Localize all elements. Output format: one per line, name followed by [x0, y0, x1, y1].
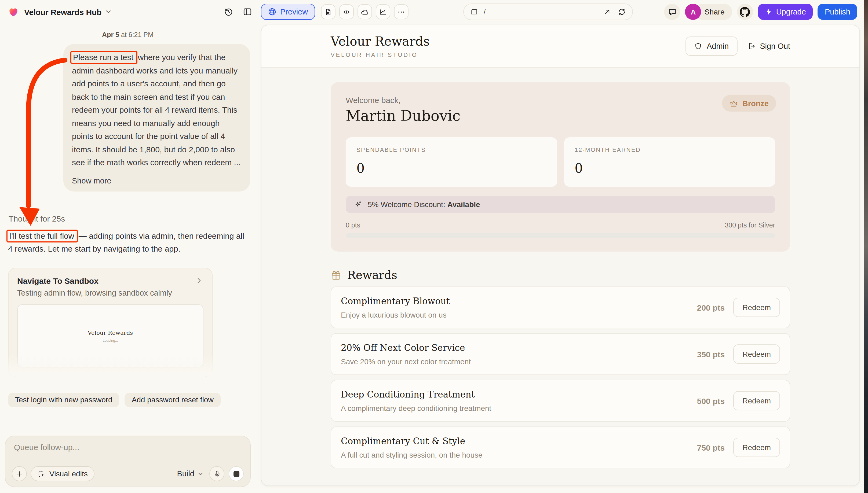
- reward-points: 500 pts: [697, 396, 725, 405]
- url-path: /: [484, 8, 598, 16]
- reward-points: 350 pts: [697, 349, 725, 359]
- files-button[interactable]: [321, 4, 335, 19]
- github-button[interactable]: [737, 4, 753, 20]
- thought-duration[interactable]: Thought for 25s: [8, 214, 255, 223]
- app-preview-frame: Velour Rewards VELOUR HAIR STUDIO Ad: [261, 25, 860, 486]
- app-header: Velour Rewards VELOUR HAIR STUDIO Ad: [262, 25, 860, 67]
- chevron-down-icon: [105, 8, 112, 16]
- tool-card-subtitle: Testing admin flow, browsing sandbox cal…: [17, 288, 203, 297]
- chevron-down-icon: [197, 470, 204, 477]
- suggestion-chip-password-reset[interactable]: Add password reset flow: [125, 392, 221, 407]
- chat-bubble-icon: [668, 7, 677, 16]
- url-bar[interactable]: /: [463, 3, 633, 20]
- history-icon: [224, 7, 233, 17]
- upgrade-button-label: Upgrade: [776, 7, 806, 16]
- toggle-sidebar-button[interactable]: [240, 4, 255, 19]
- annotation-box-user: Please run a test: [70, 51, 137, 64]
- cloud-icon: [360, 8, 369, 16]
- thumbnail-loading-text: Loading...: [103, 338, 118, 342]
- mode-select[interactable]: Build: [176, 469, 205, 478]
- signout-icon: [747, 42, 756, 50]
- visual-edits-label: Visual edits: [49, 469, 88, 478]
- suggestion-chip-test-login[interactable]: Test login with new password: [8, 392, 120, 407]
- select-cursor-icon: [38, 470, 46, 478]
- show-more-button[interactable]: Show more: [72, 176, 242, 185]
- sparkles-icon: [354, 200, 362, 209]
- topbar: Velour Rewards Hub: [0, 0, 864, 24]
- stop-icon: [233, 471, 239, 477]
- tier-badge: Bronze: [722, 95, 776, 112]
- user-message-text: Please run a test where you verify that …: [72, 51, 242, 169]
- upgrade-button[interactable]: Upgrade: [758, 4, 813, 20]
- redeem-button[interactable]: Redeem: [733, 298, 780, 317]
- device-icon: [470, 8, 478, 16]
- welcome-card: Welcome back, Martin Dubovic Bronze: [331, 82, 790, 252]
- gift-icon: [331, 270, 342, 281]
- app-window: Velour Rewards Hub: [0, 0, 864, 493]
- open-in-new-tab-icon[interactable]: [603, 8, 611, 16]
- stat-spendable-points: SPENDABLE POINTS 0: [346, 137, 557, 187]
- preview-panel: Velour Rewards VELOUR HAIR STUDIO Ad: [255, 24, 864, 493]
- stop-button[interactable]: [229, 466, 244, 481]
- stat-12-month-earned: 12-MONTH EARNED 0: [564, 137, 775, 187]
- refresh-icon[interactable]: [618, 8, 626, 16]
- history-button[interactable]: [221, 4, 236, 19]
- redeem-button[interactable]: Redeem: [733, 391, 780, 410]
- reward-row: Deep Conditioning Treatment A compliment…: [331, 380, 790, 422]
- banner-text: 5% Welcome Discount: Available: [368, 200, 480, 209]
- app-content: Welcome back, Martin Dubovic Bronze: [262, 67, 860, 486]
- attach-button[interactable]: [12, 466, 27, 481]
- code-button[interactable]: [339, 4, 353, 19]
- progress-next-tier: 300 pts for Silver: [725, 221, 775, 229]
- publish-button[interactable]: Publish: [818, 4, 857, 20]
- card-fade-overlay: [8, 354, 212, 376]
- reward-row: 20% Off Next Color Service Save 20% on y…: [331, 333, 790, 375]
- desktop-wallpaper-edge: [864, 0, 868, 493]
- lovable-logo-icon[interactable]: [7, 6, 19, 18]
- admin-button[interactable]: Admin: [686, 37, 737, 56]
- thumbnail-title: Velour Rewards: [88, 329, 133, 336]
- tier-progress-bar: [346, 233, 775, 238]
- more-button[interactable]: [394, 4, 408, 19]
- reward-points: 200 pts: [697, 303, 725, 312]
- assistant-message-text: I'll test the full flow — adding points …: [8, 229, 248, 256]
- crown-icon: [729, 99, 738, 108]
- mic-button[interactable]: [209, 466, 224, 481]
- welcome-discount-banner: 5% Welcome Discount: Available: [346, 196, 775, 213]
- preview-button[interactable]: Preview: [261, 4, 315, 20]
- mic-icon: [213, 470, 221, 478]
- reward-points: 750 pts: [697, 443, 725, 452]
- visual-edits-button[interactable]: Visual edits: [30, 466, 95, 481]
- shield-icon: [694, 42, 702, 50]
- rewards-section-title: Rewards: [347, 269, 397, 282]
- preview-button-label: Preview: [280, 7, 308, 16]
- project-menu[interactable]: Velour Rewards Hub: [24, 7, 112, 16]
- code-icon: [342, 8, 350, 16]
- chat-panel: Apr 5 at 6:21 PM Please run a test where…: [0, 24, 255, 493]
- redeem-button[interactable]: Redeem: [733, 438, 780, 457]
- panel-left-icon: [243, 7, 252, 17]
- globe-icon: [268, 7, 276, 16]
- chat-input[interactable]: [14, 443, 244, 452]
- app-title: Velour Rewards: [331, 34, 430, 48]
- chart-icon: [379, 8, 387, 16]
- feedback-button[interactable]: [664, 4, 680, 20]
- chevron-right-icon: [195, 276, 203, 285]
- progress-current: 0 pts: [346, 221, 360, 229]
- file-icon: [324, 8, 332, 16]
- member-name: Martin Dubovic: [346, 107, 775, 124]
- mode-label: Build: [177, 469, 194, 478]
- message-timestamp: Apr 5 at 6:21 PM: [0, 31, 255, 39]
- user-message-bubble: Please run a test where you verify that …: [63, 44, 250, 191]
- analytics-button[interactable]: [375, 4, 390, 19]
- signout-button[interactable]: Sign Out: [747, 42, 790, 50]
- reward-row: Complimentary Blowout Enjoy a luxurious …: [331, 286, 790, 328]
- tool-card-navigate-sandbox[interactable]: Navigate To Sandbox Testing admin flow, …: [8, 267, 212, 376]
- composer: Visual edits Build: [5, 435, 251, 487]
- github-icon: [740, 7, 750, 17]
- tier-label: Bronze: [742, 99, 769, 108]
- tool-card-title: Navigate To Sandbox: [17, 276, 99, 285]
- cloud-button[interactable]: [357, 4, 372, 19]
- redeem-button[interactable]: Redeem: [733, 344, 780, 364]
- plus-icon: [15, 470, 23, 478]
